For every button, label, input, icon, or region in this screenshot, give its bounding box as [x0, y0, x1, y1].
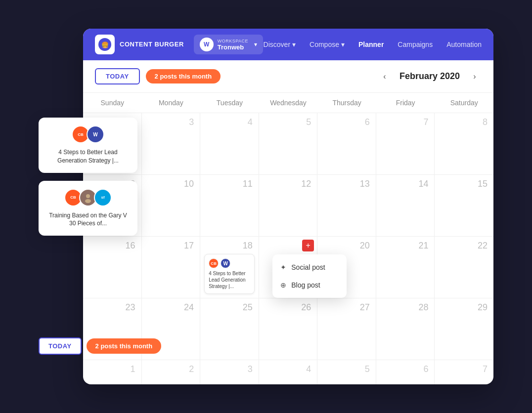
- day-header-monday: Monday: [142, 93, 201, 113]
- cell-w2-sat[interactable]: 15: [435, 175, 493, 236]
- date-w1-sat: 8: [439, 117, 489, 127]
- date-28: 28: [380, 302, 431, 313]
- add-post-button[interactable]: +: [302, 240, 314, 251]
- float-card-1-title: 4 Steps to Better Lead Generation Strate…: [46, 148, 130, 165]
- float-icon-w: W: [87, 125, 104, 143]
- app-name: CONTENT BURGER: [120, 41, 184, 48]
- cell-w2-thu[interactable]: 13: [317, 175, 376, 236]
- post-card-title: 4 Steps to Better Lead Generation Strate…: [209, 270, 250, 289]
- cell-w4-thu[interactable]: 27: [317, 298, 376, 360]
- float-card-2-title: Training Based on the Gary V 30 Pieces o…: [46, 211, 130, 228]
- discover-chevron-icon: ▾: [292, 41, 296, 48]
- date-w1-thu: 6: [321, 117, 372, 127]
- cell-w5-fri[interactable]: 6: [376, 360, 435, 384]
- cell-w1-wed[interactable]: 5: [259, 113, 318, 174]
- posts-badge[interactable]: 2 posts this month: [146, 69, 221, 83]
- posts-badge-float[interactable]: 2 posts this month: [87, 338, 162, 354]
- prev-month-button[interactable]: ‹: [378, 70, 392, 83]
- date-25: 25: [204, 302, 255, 313]
- floating-bottom-bar: TODAY 2 posts this month: [39, 337, 161, 355]
- nav-campaigns[interactable]: Campaigns: [398, 41, 433, 48]
- cell-w5-wed[interactable]: 4: [259, 360, 318, 384]
- calendar-week-3: 16 17 18 CB W 4 Steps to Better Lead Gen…: [83, 237, 493, 298]
- floating-cards: CB W 4 Steps to Better Lead Generation S…: [39, 118, 137, 236]
- date-27: 27: [321, 302, 372, 313]
- date-29: 29: [439, 302, 489, 313]
- day-header-thursday: Thursday: [317, 93, 376, 113]
- nav-planner[interactable]: Planner: [358, 41, 384, 48]
- calendar-week-1: 2 3 4 5 6 7 8: [83, 113, 493, 175]
- cell-w4-wed[interactable]: 26: [259, 298, 318, 360]
- social-post-option[interactable]: ✦ Social post: [272, 258, 347, 276]
- calendar-toolbar: TODAY 2 posts this month ‹ February 2020…: [83, 60, 493, 93]
- date-11: 11: [204, 179, 255, 189]
- float-card-1-icons: CB W: [72, 125, 104, 143]
- blog-post-option[interactable]: ⊕ Blog post: [272, 276, 347, 294]
- workspace-icon: W: [200, 38, 214, 51]
- date-18: 18: [204, 241, 255, 251]
- cell-w3-sun[interactable]: 16: [83, 237, 142, 298]
- date-15: 15: [439, 179, 489, 189]
- cell-w4-tue[interactable]: 25: [200, 298, 259, 360]
- cell-w1-sat[interactable]: 8: [435, 113, 493, 174]
- date-w5-4: 4: [263, 364, 313, 374]
- cell-w2-fri[interactable]: 14: [376, 175, 435, 236]
- calendar-day-headers: Sunday Monday Tuesday Wednesday Thursday…: [83, 93, 493, 113]
- date-10: 10: [146, 179, 196, 189]
- browser-window: 🍔 CONTENT BURGER W WORKSPACE Tronweb ▾ D…: [83, 29, 493, 384]
- date-w1-mon: 3: [146, 117, 196, 127]
- nav-discover[interactable]: Discover ▾: [264, 41, 296, 48]
- cell-w4-sat[interactable]: 29: [435, 298, 493, 360]
- date-w5-5: 5: [321, 364, 372, 374]
- float-card-2-icons: CB sf: [64, 189, 112, 206]
- date-w5-2: 2: [146, 364, 196, 374]
- logo-area: 🍔 CONTENT BURGER: [95, 35, 184, 54]
- cell-w3-sat[interactable]: 22: [435, 237, 493, 298]
- nav-compose[interactable]: Compose ▾: [310, 41, 345, 48]
- cell-w5-thu[interactable]: 5: [317, 360, 376, 384]
- cell-w1-thu[interactable]: 6: [317, 113, 376, 174]
- date-w5-6: 6: [380, 364, 431, 374]
- cell-w5-tue[interactable]: 3: [200, 360, 259, 384]
- date-w5-3: 3: [204, 364, 255, 374]
- nav-links: Discover ▾ Compose ▾ Planner Campaigns A…: [264, 41, 482, 48]
- blog-post-label: Blog post: [291, 281, 320, 289]
- float-card-2[interactable]: CB sf Training Based on the Gary V 30 Pi…: [39, 181, 137, 236]
- date-w1-fri: 7: [380, 117, 431, 127]
- day-header-wednesday: Wednesday: [259, 93, 318, 113]
- blog-post-icon: ⊕: [280, 281, 286, 289]
- date-26: 26: [263, 302, 313, 313]
- post-type-dropdown: ✦ Social post ⊕ Blog post: [272, 254, 347, 298]
- cell-w2-wed[interactable]: 12: [259, 175, 318, 236]
- cell-w5-sun[interactable]: 1: [83, 360, 142, 384]
- today-button[interactable]: TODAY: [95, 68, 140, 84]
- workspace-selector[interactable]: W WORKSPACE Tronweb ▾: [194, 35, 263, 54]
- cell-w1-fri[interactable]: 7: [376, 113, 435, 174]
- post-card-feb18[interactable]: CB W 4 Steps to Better Lead Generation S…: [204, 254, 255, 294]
- next-month-button[interactable]: ›: [468, 70, 482, 83]
- social-post-icon: ✦: [280, 263, 286, 271]
- social-post-label: Social post: [291, 263, 325, 271]
- date-24: 24: [146, 302, 196, 313]
- date-w5-1: 1: [87, 364, 137, 374]
- cell-w5-mon[interactable]: 2: [142, 360, 201, 384]
- nav-automation[interactable]: Automation: [446, 41, 482, 48]
- float-card-1[interactable]: CB W 4 Steps to Better Lead Generation S…: [39, 118, 137, 173]
- cell-w1-mon[interactable]: 3: [142, 113, 201, 174]
- today-button-float[interactable]: TODAY: [39, 337, 82, 355]
- workspace-chevron-icon: ▾: [254, 41, 257, 48]
- date-w5-7: 7: [439, 364, 489, 374]
- cell-w3-wed[interactable]: 19 + ✦ Social post ⊕ Blog post: [259, 237, 318, 298]
- date-22: 22: [439, 241, 489, 251]
- date-21: 21: [380, 241, 431, 251]
- cell-w3-mon[interactable]: 17: [142, 237, 201, 298]
- cell-w2-mon[interactable]: 10: [142, 175, 201, 236]
- post-icon-cb: CB: [209, 258, 219, 268]
- date-20: 20: [321, 241, 372, 251]
- cell-w4-fri[interactable]: 28: [376, 298, 435, 360]
- cell-w1-tue[interactable]: 4: [200, 113, 259, 174]
- cell-w5-sat[interactable]: 7: [435, 360, 493, 384]
- cell-w3-tue[interactable]: 18 CB W 4 Steps to Better Lead Generatio…: [200, 237, 259, 298]
- cell-w3-fri[interactable]: 21: [376, 237, 435, 298]
- cell-w2-tue[interactable]: 11: [200, 175, 259, 236]
